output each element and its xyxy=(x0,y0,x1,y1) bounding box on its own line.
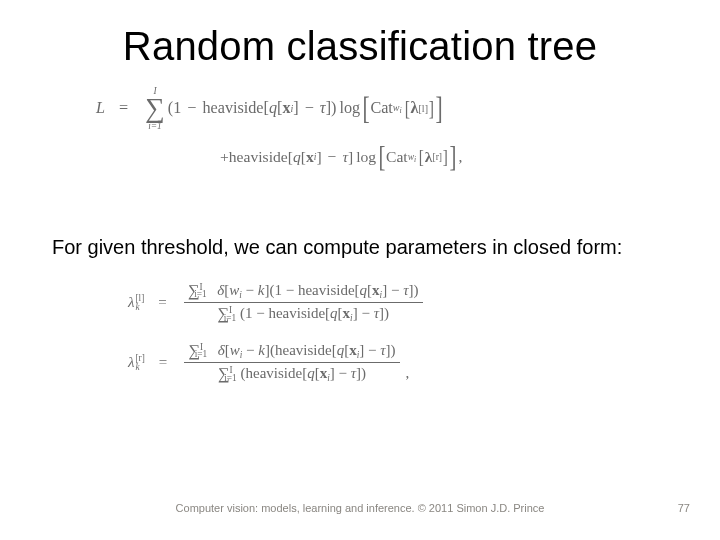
sym-minus: − xyxy=(322,148,343,166)
sum-lower: i=1 xyxy=(195,349,207,359)
func-log: log xyxy=(356,148,376,166)
sum-lower: i=1 xyxy=(148,121,162,131)
sym-q: q xyxy=(293,148,301,166)
sym-1: 1 xyxy=(173,99,181,118)
sym-lambda: λ xyxy=(425,148,433,166)
med-close-bracket: ] xyxy=(429,100,434,117)
sigma-icon: ∑ xyxy=(145,96,165,121)
sum-lower: i=1 xyxy=(224,373,236,383)
func-heaviside: heaviside xyxy=(229,148,288,166)
sym-comma: , xyxy=(458,148,462,166)
sym-equals: = xyxy=(144,294,180,311)
med-open-bracket: [ xyxy=(405,100,410,117)
sym-q: q xyxy=(269,99,277,118)
sub-wi: wi xyxy=(408,151,417,164)
page-number: 77 xyxy=(678,502,690,514)
numerator-l: ∑Ii=1 δ[wi − k](1 − heaviside[q[xi] − τ]… xyxy=(184,280,423,303)
sym-plus: + xyxy=(220,148,229,166)
equation-2: λ [l] k = ∑Ii=1 δ[wi − k](1 − heaviside[… xyxy=(128,280,588,326)
sym-equals: = xyxy=(145,354,181,371)
slide-footer: Computer vision: models, learning and in… xyxy=(0,502,720,518)
equation-block-1: L = I ∑ i=1 ( 1 − heaviside [ q [ xi ] −… xyxy=(96,86,576,169)
med-open-bracket: [ xyxy=(419,149,424,166)
sym-x: x xyxy=(306,148,314,166)
sym-comma: , xyxy=(406,365,410,382)
big-close-bracket: ] xyxy=(435,97,442,121)
sum-lower: i=1 xyxy=(194,289,206,299)
big-open-bracket: [ xyxy=(379,145,386,168)
sup-r: [r] xyxy=(432,151,442,162)
footer-credit: Computer vision: models, learning and in… xyxy=(0,502,720,514)
sym-lambda: λ xyxy=(128,354,135,371)
close-paren: ) xyxy=(331,99,336,118)
denominator-r: ∑Ii=1 (heaviside[q[xi] − τ]) xyxy=(214,363,370,385)
big-open-bracket: [ xyxy=(363,97,370,121)
sym-equals: = xyxy=(105,99,142,118)
sup-l: [l] xyxy=(419,103,428,114)
equation-3: λ [r] k = ∑Ii=1 δ[wi − k](heaviside[q[xi… xyxy=(128,340,588,386)
func-log: log xyxy=(339,99,360,118)
sum-operator: I ∑ i=1 xyxy=(145,86,165,131)
sym-delta: δ xyxy=(217,282,224,298)
sym-minus: − xyxy=(181,99,202,118)
func-cat: Cat xyxy=(370,99,392,118)
sum-lower: i=1 xyxy=(224,313,236,323)
body-text: For given threshold, we can compute para… xyxy=(52,236,690,259)
sym-x: x xyxy=(282,99,290,118)
supsub-rk: [r] k xyxy=(136,354,145,373)
equation-1-line-2: + heaviside [ q [ xi ] − τ ] log [ Catwi… xyxy=(220,145,576,168)
supsub-lk: [l] k xyxy=(136,294,145,313)
denominator-l: ∑Ii=1 (1 − heaviside[q[xi] − τ]) xyxy=(213,303,393,325)
sym-L: L xyxy=(96,99,105,118)
sym-lambda: λ xyxy=(128,294,135,311)
fraction-l: ∑Ii=1 δ[wi − k](1 − heaviside[q[xi] − τ]… xyxy=(184,280,423,326)
sym-minus-2: − xyxy=(299,99,320,118)
sub-wi: wi xyxy=(393,102,402,115)
sym-lambda: λ xyxy=(411,99,419,118)
slide-title: Random classification tree xyxy=(0,24,720,69)
func-cat: Cat xyxy=(386,148,408,166)
numerator-r: ∑Ii=1 δ[wi − k](heaviside[q[xi] − τ]) xyxy=(184,340,399,363)
sym-delta: δ xyxy=(218,342,225,358)
equation-block-2: λ [l] k = ∑Ii=1 δ[wi − k](1 − heaviside[… xyxy=(128,280,588,386)
slide: Random classification tree L = I ∑ i=1 (… xyxy=(0,0,720,540)
med-close-bracket: ] xyxy=(443,149,448,166)
close-bracket: ] xyxy=(348,148,353,166)
big-close-bracket: ] xyxy=(449,145,456,168)
func-heaviside: heaviside xyxy=(202,99,263,118)
equation-1-line-1: L = I ∑ i=1 ( 1 − heaviside [ q [ xi ] −… xyxy=(96,86,576,131)
fraction-r: ∑Ii=1 δ[wi − k](heaviside[q[xi] − τ]) ∑I… xyxy=(184,340,399,386)
